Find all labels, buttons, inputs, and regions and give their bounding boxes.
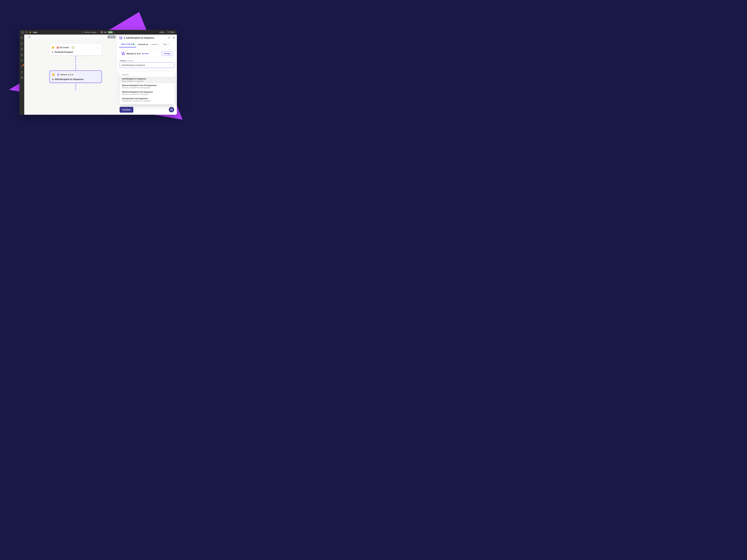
avatar-icon (101, 31, 103, 33)
zap-node-2[interactable]: ! Mixmax (1.3.2) ⋮ 2. Add Recipient to S… (49, 71, 102, 83)
node-title: 2. Add Recipient to Sequence (52, 78, 99, 80)
step-panel: 2. Add Recipient to Sequence ✕ App & eve… (117, 34, 177, 115)
info-icon: i (158, 44, 159, 45)
tab-action[interactable]: Actioni (150, 41, 161, 47)
canvas-toolbar: Publish (24, 34, 117, 39)
more-icon[interactable]: ⋮ (97, 73, 99, 76)
top-bar: ⚡ Zaps Mixmax Zapie… / G2 Draft ▾ 150% ▾… (20, 30, 177, 34)
folder-icon (81, 31, 83, 33)
comment-icon[interactable] (21, 48, 23, 50)
g2-icon (57, 47, 59, 49)
info-icon: i (168, 44, 169, 45)
canvas[interactable]: ! G2 Crowd ⚡ ⋮ 1. Tracked Prospect + ! M… (24, 39, 117, 115)
app-chip-g2[interactable]: G2 Crowd (55, 46, 70, 49)
mixmax-icon (57, 74, 60, 76)
by-invite-badge: By Invite (142, 53, 149, 54)
tab-app-event[interactable]: App & event✓ (119, 41, 136, 47)
breadcrumb: Mixmax Zapie… / G2 Draft ▾ (81, 31, 115, 33)
clock-icon[interactable] (21, 59, 23, 62)
app-chip-mixmax[interactable]: Mixmax (1.3.2) (56, 73, 75, 76)
mixmax-icon (122, 52, 125, 55)
publish-button[interactable]: Publish (107, 35, 115, 38)
help-menu[interactable]: ⓘ Help ▾ (168, 31, 175, 33)
apps-icon[interactable] (21, 37, 23, 39)
doc-icon[interactable] (21, 42, 23, 45)
zap-node-1[interactable]: ! G2 Crowd ⚡ ⋮ 1. Tracked Prospect (49, 44, 102, 55)
svg-rect-1 (21, 43, 23, 45)
connector-line (76, 83, 76, 89)
add-step-icon[interactable]: + (75, 89, 77, 91)
add-step-icon[interactable]: + (75, 62, 77, 64)
connector-line (76, 64, 76, 71)
gear-icon[interactable] (21, 71, 23, 73)
svg-point-10 (171, 109, 172, 110)
event-input[interactable]: Add Recipient to Sequence (120, 62, 175, 68)
dropdown-item[interactable]: Add Recipient to SequenceAdd a recipient… (120, 77, 175, 83)
folder-name[interactable]: Mixmax Zapie… (84, 31, 98, 33)
gauge-icon[interactable]: 2 (21, 65, 23, 68)
node-title: 1. Tracked Prospect (52, 51, 99, 53)
connector-line (76, 55, 76, 62)
zoom-level[interactable]: 150% ▾ (159, 31, 165, 33)
home-icon[interactable] (21, 31, 24, 34)
panel-title: 2. Add Recipient to Sequence (124, 37, 154, 39)
flash-icon: ⚡ (72, 47, 74, 49)
more-icon[interactable]: ⋮ (97, 46, 99, 49)
app-window: ⚡ Zaps Mixmax Zapie… / G2 Draft ▾ 150% ▾… (20, 30, 177, 115)
app-name: Mixmax (1.3.2) (127, 53, 140, 55)
tab-account[interactable]: Account (136, 41, 150, 47)
svg-rect-8 (21, 78, 23, 79)
close-icon[interactable]: ✕ (173, 36, 175, 39)
warning-icon: ! (52, 46, 54, 49)
archive-icon[interactable] (21, 76, 23, 79)
mixmax-icon (119, 36, 123, 39)
selected-app-row: Mixmax (1.3.2) By Invite Change (120, 50, 175, 57)
dropdown-item[interactable]: Unsubscribe From SequenceUnsubscribe a c… (120, 96, 175, 103)
draft-badge: Draft (108, 31, 113, 33)
pencil-icon[interactable] (168, 36, 170, 39)
event-dropdown: CREATE Add Recipient to SequenceAdd a re… (120, 72, 175, 104)
tab-test[interactable]: Testi (161, 41, 171, 47)
event-label: * Event (required) (120, 60, 175, 62)
chevron-down-icon[interactable]: ▾ (114, 31, 115, 33)
warning-icon: ! (52, 74, 54, 76)
left-rail: 2 (20, 34, 24, 115)
zap-toggle[interactable] (26, 35, 31, 38)
svg-point-11 (172, 110, 173, 110)
zap-name[interactable]: G2 (104, 31, 106, 33)
section-title: Zaps (33, 31, 37, 33)
zap-bolt-icon: ⚡ (29, 31, 31, 33)
check-icon: ✓ (133, 44, 134, 45)
help-fab[interactable] (169, 107, 174, 112)
apps-grid-icon[interactable] (25, 31, 27, 33)
continue-button[interactable]: Continue (120, 107, 133, 113)
svg-rect-2 (21, 54, 23, 56)
dropdown-item[interactable]: Remove Recipient From SequenceRemove a r… (120, 90, 175, 96)
calendar-icon[interactable] (21, 54, 23, 56)
change-button[interactable]: Change (161, 51, 173, 56)
trigger-chip[interactable]: ⚡ (71, 46, 75, 49)
notification-badge: 2 (22, 64, 24, 66)
svg-line-5 (22, 66, 22, 67)
panel-tabs: App & event✓ Account Actioni Testi (117, 41, 177, 48)
dropdown-item[interactable]: Remove Recipient From All SequencesRemov… (120, 83, 175, 90)
warning-icon (146, 44, 148, 45)
dropdown-group-label: CREATE (120, 73, 175, 77)
svg-point-6 (22, 72, 22, 72)
